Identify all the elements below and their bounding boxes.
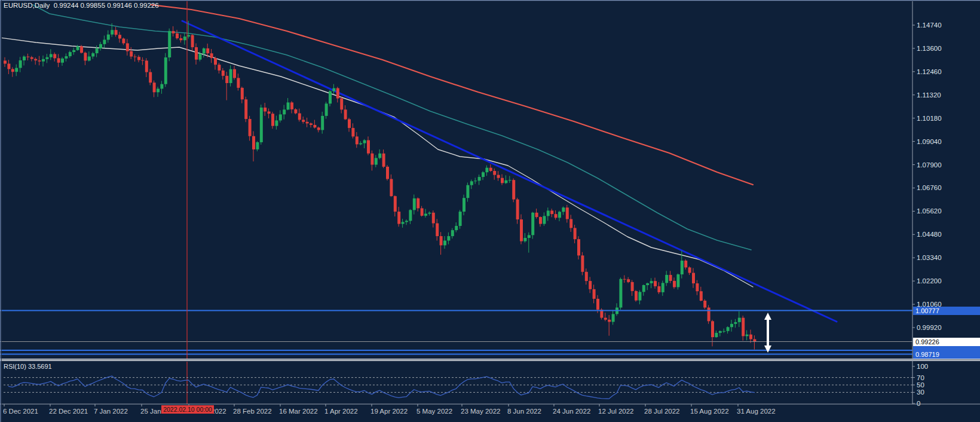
rsi-scale-label: 30 [917,389,924,396]
y-axis-price-label: 1.05620 [917,207,942,215]
y-axis-price-label: 1.07900 [917,161,942,169]
rsi-scale-label: 50 [917,381,924,389]
x-axis-date-label: 31 Aug 2022 [737,408,776,415]
y-axis-price-label: 1.11320 [917,91,941,99]
y-axis-price-label: 1.13600 [917,45,942,52]
x-axis-date-label: 5 May 2022 [416,408,452,415]
vline-time-label: 2022.02.10 00:00 [161,405,214,414]
support-price-label: 0.98719 [913,350,980,359]
y-axis-price-label: 1.14740 [917,22,942,29]
x-axis-date-label: 8 Jun 2022 [507,408,541,415]
x-axis-date-label: 23 May 2022 [461,408,501,415]
x-axis-date-label: 28 Feb 2022 [233,408,272,415]
rsi-scale-label: 0 [917,400,920,407]
y-axis-price-label: 1.09040 [917,138,942,145]
x-axis-date-label: 1 Apr 2022 [324,408,358,415]
x-axis-date-label: 16 Mar 2022 [279,408,318,415]
x-axis-date-label: 7 Jan 2022 [94,408,128,415]
y-axis-price-label: 0.99920 [917,324,942,331]
y-axis-price-label: 1.06760 [917,184,942,191]
x-axis-date-label: 24 Jun 2022 [553,408,590,415]
y-axis-price-label: 1.04480 [917,231,942,238]
chart-title-ohlc: EURUSD,Daily 0.99244 0.99855 0.99146 0.9… [4,2,159,9]
y-axis-price-label: 1.12460 [917,68,942,75]
panel-separator[interactable] [0,359,980,361]
rsi-scale-label: 70 [917,374,924,381]
resistance-price-label: 1.00777 [913,307,980,315]
x-axis-date-label: 22 Dec 2021 [49,408,88,415]
x-axis-date-label: 15 Aug 2022 [690,408,729,415]
terminal-chart-window: 1.147401.136001.124601.113201.101801.090… [0,0,980,422]
chart-canvas[interactable]: 1.147401.136001.124601.113201.101801.090… [0,0,980,422]
x-axis-date-label: 12 Jul 2022 [598,408,633,415]
y-axis-price-label: 1.02200 [917,277,942,285]
y-axis-price-label: 1.03340 [917,254,942,261]
y-axis-price-label: 1.10180 [917,115,942,122]
x-axis-date-label: 6 Dec 2021 [3,408,38,415]
rsi-scale-label: 100 [917,363,928,370]
x-axis-date-label: 19 Apr 2022 [370,408,408,415]
rsi-indicator-label: RSI(10) 33.5691 [4,363,52,370]
current-price-label: 0.99226 [913,338,980,346]
x-axis-date-label: 28 Jul 2022 [644,408,679,415]
